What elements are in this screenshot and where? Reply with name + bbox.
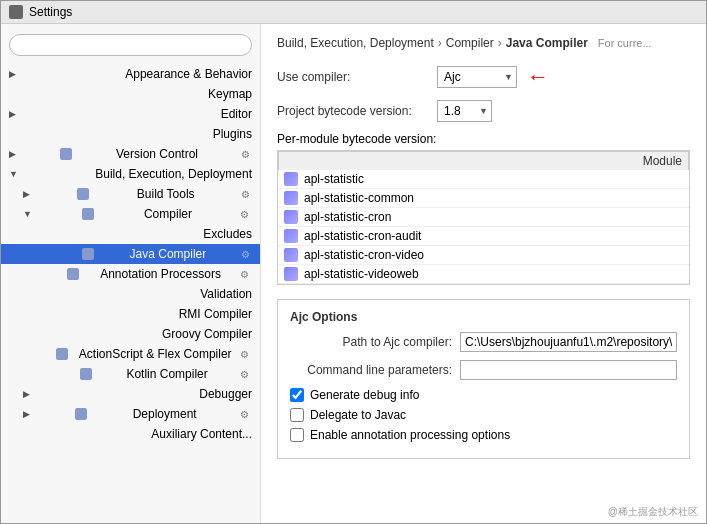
- expand-icon: [23, 409, 30, 419]
- breadcrumb: Build, Execution, Deployment › Compiler …: [277, 36, 690, 50]
- generate-debug-row: Generate debug info: [290, 388, 677, 402]
- annotation-checkbox[interactable]: [290, 428, 304, 442]
- item-icon: [77, 188, 89, 200]
- watermark: @稀土掘金技术社区: [608, 505, 698, 519]
- sidebar: Appearance & BehaviorKeymapEditorPlugins…: [1, 24, 261, 523]
- item-label: Compiler: [144, 207, 192, 221]
- config-icon: ⚙: [238, 207, 252, 221]
- table-row[interactable]: apl-statistic-cron-audit: [278, 227, 689, 246]
- module-name: apl-statistic-cron-video: [304, 248, 424, 262]
- item-label: Build Tools: [137, 187, 195, 201]
- sidebar-item-kotlin[interactable]: Kotlin Compiler⚙: [1, 364, 260, 384]
- settings-icon: [9, 5, 23, 19]
- expand-icon: [9, 149, 16, 159]
- delegate-checkbox[interactable]: [290, 408, 304, 422]
- config-icon: ⚙: [238, 187, 252, 201]
- item-label: Debugger: [199, 387, 252, 401]
- bytecode-version-label: Project bytecode version:: [277, 104, 437, 118]
- cmdline-input[interactable]: [460, 360, 677, 380]
- sidebar-item-validation[interactable]: Validation: [1, 284, 260, 304]
- config-icon: ⚙: [238, 347, 252, 361]
- module-name: apl-statistic-common: [304, 191, 414, 205]
- ajc-options-section: Ajc Options Path to Ajc compiler: Comman…: [277, 299, 690, 459]
- table-row[interactable]: apl-statistic-cron-video: [278, 246, 689, 265]
- sidebar-item-plugins[interactable]: Plugins: [1, 124, 260, 144]
- sidebar-item-groovy-compiler[interactable]: Groovy Compiler: [1, 324, 260, 344]
- item-label: Appearance & Behavior: [125, 67, 252, 81]
- table-row[interactable]: apl-statistic-videoweb: [278, 265, 689, 284]
- content-area: Build, Execution, Deployment › Compiler …: [261, 24, 706, 523]
- item-icon: [82, 248, 94, 260]
- bytecode-version-select-container[interactable]: 1.8 1.7 1.6: [437, 100, 492, 122]
- delegate-label: Delegate to Javac: [310, 408, 406, 422]
- use-compiler-select-container[interactable]: Ajc Javac Eclipse: [437, 66, 517, 88]
- module-icon: [284, 267, 298, 281]
- settings-window: Settings Appearance & BehaviorKeymapEdit…: [0, 0, 707, 524]
- sidebar-item-rmi-compiler[interactable]: RMI Compiler: [1, 304, 260, 324]
- module-name: apl-statistic: [304, 172, 364, 186]
- bytecode-version-select[interactable]: 1.8 1.7 1.6: [437, 100, 492, 122]
- sidebar-item-actionscript[interactable]: ActionScript & Flex Compiler⚙: [1, 344, 260, 364]
- sidebar-item-version-control[interactable]: Version Control⚙: [1, 144, 260, 164]
- item-label: Plugins: [213, 127, 252, 141]
- config-icon: ⚙: [238, 247, 252, 261]
- sidebar-item-annotation-processors[interactable]: Annotation Processors⚙: [1, 264, 260, 284]
- sidebar-item-debugger[interactable]: Debugger: [1, 384, 260, 404]
- cmdline-label: Command line parameters:: [290, 363, 460, 377]
- table-header: Module: [278, 151, 689, 170]
- table-row[interactable]: apl-statistic-cron: [278, 208, 689, 227]
- table-row[interactable]: apl-statistic-common: [278, 189, 689, 208]
- breadcrumb-part3: Java Compiler: [506, 36, 588, 50]
- module-icon: [284, 191, 298, 205]
- expand-icon: [23, 209, 32, 219]
- sidebar-item-build-exec[interactable]: Build, Execution, Deployment: [1, 164, 260, 184]
- path-input[interactable]: [460, 332, 677, 352]
- item-label: Keymap: [208, 87, 252, 101]
- annotation-row: Enable annotation processing options: [290, 428, 677, 442]
- item-icon: [80, 368, 92, 380]
- expand-icon: [23, 389, 30, 399]
- config-icon: ⚙: [238, 407, 252, 421]
- search-container[interactable]: [9, 34, 252, 56]
- window-title: Settings: [29, 5, 72, 19]
- expand-icon: [23, 189, 30, 199]
- annotation-label: Enable annotation processing options: [310, 428, 510, 442]
- item-label: Groovy Compiler: [162, 327, 252, 341]
- generate-debug-checkbox[interactable]: [290, 388, 304, 402]
- module-rows-container: apl-statisticapl-statistic-commonapl-sta…: [278, 170, 689, 284]
- per-module-label: Per-module bytecode version:: [277, 132, 690, 146]
- breadcrumb-part2: Compiler: [446, 36, 494, 50]
- sidebar-item-appearance[interactable]: Appearance & Behavior: [1, 64, 260, 84]
- sidebar-item-deployment[interactable]: Deployment⚙: [1, 404, 260, 424]
- sidebar-item-java-compiler[interactable]: Java Compiler⚙: [1, 244, 260, 264]
- table-row[interactable]: apl-statistic: [278, 170, 689, 189]
- sidebar-item-keymap[interactable]: Keymap: [1, 84, 260, 104]
- ajc-options-title: Ajc Options: [290, 310, 677, 324]
- module-icon: [284, 229, 298, 243]
- search-input[interactable]: [20, 38, 241, 52]
- sidebar-item-compiler[interactable]: Compiler⚙: [1, 204, 260, 224]
- sidebar-item-build-tools[interactable]: Build Tools⚙: [1, 184, 260, 204]
- item-label: Kotlin Compiler: [126, 367, 207, 381]
- sidebar-item-auxiliary[interactable]: Auxiliary Content...: [1, 424, 260, 444]
- item-label: Java Compiler: [130, 247, 207, 261]
- module-name: apl-statistic-cron-audit: [304, 229, 421, 243]
- path-label: Path to Ajc compiler:: [290, 335, 460, 349]
- module-name: apl-statistic-videoweb: [304, 267, 419, 281]
- module-table: Module apl-statisticapl-statistic-common…: [277, 150, 690, 285]
- item-icon: [56, 348, 68, 360]
- use-compiler-select[interactable]: Ajc Javac Eclipse: [437, 66, 517, 88]
- sidebar-item-editor[interactable]: Editor: [1, 104, 260, 124]
- module-icon: [284, 172, 298, 186]
- use-compiler-row: Use compiler: Ajc Javac Eclipse ←: [277, 64, 690, 90]
- item-label: Deployment: [133, 407, 197, 421]
- config-icon: ⚙: [238, 267, 252, 281]
- module-column-header: Module: [643, 154, 682, 168]
- item-icon: [60, 148, 72, 160]
- for-current-label: For curre...: [598, 37, 652, 49]
- bytecode-version-row: Project bytecode version: 1.8 1.7 1.6: [277, 100, 690, 122]
- sidebar-item-excludes[interactable]: Excludes: [1, 224, 260, 244]
- module-icon: [284, 210, 298, 224]
- item-label: Version Control: [116, 147, 198, 161]
- cmdline-row: Command line parameters:: [290, 360, 677, 380]
